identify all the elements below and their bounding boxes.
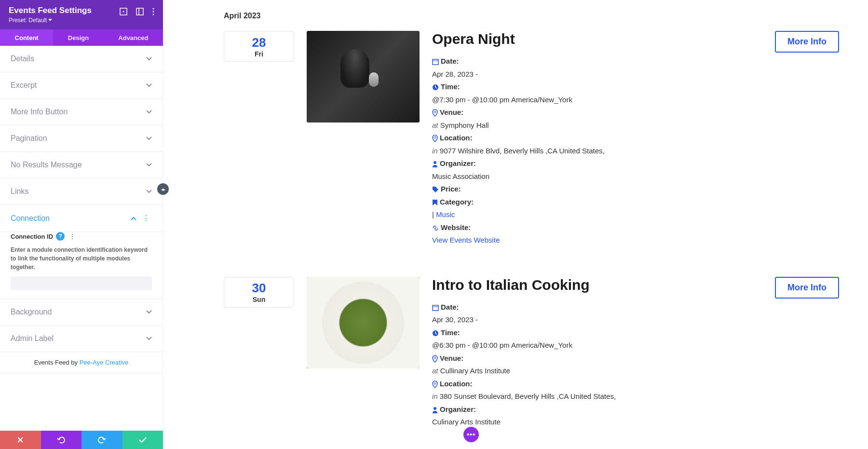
section-excerpt[interactable]: Excerpt — [0, 72, 163, 99]
sidebar-credit: Events Feed by Pee-Aye Creative — [0, 352, 163, 373]
event-card: 28 Fri Opera Night Date: Apr 28, 2023 - … — [224, 31, 839, 248]
svg-rect-13 — [433, 305, 438, 311]
svg-point-10 — [434, 111, 436, 113]
event-details: Opera Night Date: Apr 28, 2023 - Time: @… — [432, 31, 762, 248]
svg-point-17 — [434, 382, 436, 384]
menu-dots-icon[interactable] — [152, 8, 154, 15]
pin-icon — [432, 135, 438, 142]
calendar-icon — [432, 304, 439, 311]
panel-icon[interactable] — [136, 8, 144, 15]
event-date: Apr 28, 2023 - — [432, 69, 762, 80]
pin-icon — [432, 381, 438, 388]
undo-icon — [57, 436, 66, 444]
section-pagination[interactable]: Pagination — [0, 125, 163, 152]
event-organizer: Music Association — [432, 171, 762, 182]
website-link[interactable]: View Events Website — [432, 236, 500, 244]
close-icon — [17, 436, 24, 443]
connection-description: Enter a module connection identification… — [11, 245, 152, 272]
event-title: Intro to Italian Cooking — [432, 277, 762, 293]
svg-point-12 — [434, 161, 436, 164]
chevron-up-icon — [131, 217, 136, 220]
chevron-down-icon — [146, 136, 152, 140]
chevron-down-icon — [146, 190, 152, 193]
person-icon — [432, 161, 438, 167]
tag-icon — [432, 186, 439, 193]
section-links[interactable]: Links — [0, 178, 163, 205]
resize-handle[interactable]: ◂▸ — [157, 183, 169, 195]
check-icon — [139, 437, 147, 443]
tab-content[interactable]: Content — [0, 29, 53, 46]
event-venue: at Cullinary Arts Institute — [432, 366, 762, 377]
preset-selector[interactable]: Preset: Default — [9, 17, 92, 24]
save-button[interactable] — [122, 431, 163, 449]
section-details[interactable]: Details — [0, 46, 163, 72]
event-title: Opera Night — [432, 31, 762, 47]
svg-point-5 — [153, 11, 154, 13]
sidebar-scroll[interactable]: Details Excerpt More Info Button Paginat… — [0, 46, 163, 431]
section-options-icon[interactable]: ⋮ — [140, 214, 152, 223]
calendar-icon — [432, 58, 439, 65]
event-image — [307, 31, 420, 122]
svg-rect-2 — [136, 8, 143, 15]
event-date-box: 30 Sun — [224, 277, 294, 308]
event-venue: at Symphony Hall — [432, 120, 762, 131]
sidebar-tabs: Content Design Advanced — [0, 29, 163, 46]
event-location: in 380 Sunset Boulevard, Beverly Hills ,… — [432, 391, 762, 402]
floating-action-button[interactable]: ••• — [463, 427, 479, 442]
event-details: Intro to Italian Cooking Date: Apr 30, 2… — [432, 277, 762, 430]
bookmark-icon — [432, 199, 438, 206]
event-time: @ 7:30 pm - @ 10:00 pm America/New_York — [432, 95, 762, 106]
clock-icon — [432, 330, 439, 337]
month-heading: April 2023 — [224, 12, 839, 20]
chevron-down-icon — [146, 57, 152, 61]
redo-button[interactable] — [81, 431, 122, 449]
person-icon — [432, 407, 438, 413]
tab-advanced[interactable]: Advanced — [104, 29, 163, 46]
date-dayname: Sun — [253, 296, 265, 303]
event-location: in 9077 Wilshire Blvd, Beverly Hills ,CA… — [432, 146, 762, 157]
date-number: 28 — [252, 35, 266, 50]
event-date-box: 28 Fri — [224, 31, 294, 62]
chevron-down-icon — [146, 110, 152, 114]
date-dayname: Fri — [255, 50, 263, 58]
connection-id-label: Connection ID — [11, 233, 53, 240]
tab-design[interactable]: Design — [53, 29, 103, 46]
section-admin-label[interactable]: Admin Label — [0, 326, 163, 352]
caret-down-icon — [48, 19, 52, 22]
expand-icon[interactable] — [120, 8, 127, 15]
settings-sidebar: Events Feed Settings Preset: Default Con… — [0, 0, 163, 449]
event-date: Apr 30, 2023 - — [432, 314, 762, 326]
close-button[interactable] — [0, 431, 41, 449]
chevron-down-icon — [146, 310, 152, 314]
event-organizer: Culinary Arts Institute — [432, 417, 762, 428]
event-image — [307, 277, 420, 368]
clock-icon — [432, 84, 439, 91]
category-link[interactable]: Music — [436, 210, 455, 218]
svg-rect-7 — [433, 59, 438, 65]
more-info-button[interactable]: More Info — [775, 277, 839, 299]
more-info-button[interactable]: More Info — [775, 31, 839, 53]
chevron-down-icon — [146, 83, 152, 87]
svg-point-6 — [153, 14, 154, 15]
svg-point-11 — [434, 136, 436, 138]
svg-point-4 — [153, 8, 154, 10]
redo-icon — [97, 436, 106, 444]
section-connection[interactable]: Connection ⋮ — [0, 205, 163, 232]
sidebar-header: Events Feed Settings Preset: Default — [0, 0, 163, 29]
connection-id-input[interactable] — [11, 276, 152, 290]
event-time: @ 6:30 pm - @ 10:00 pm America/New_York — [432, 340, 762, 351]
section-more-info-button[interactable]: More Info Button — [0, 99, 163, 125]
help-icon[interactable]: ? — [56, 232, 65, 241]
pin-icon — [432, 109, 438, 117]
section-background[interactable]: Background — [0, 299, 163, 326]
undo-button[interactable] — [41, 431, 82, 449]
connection-body: Connection ID ? ⋮ Enter a module connect… — [0, 232, 163, 299]
sidebar-title: Events Feed Settings — [9, 6, 92, 15]
section-no-results-message[interactable]: No Results Message — [0, 152, 163, 178]
field-options-icon[interactable]: ⋮ — [68, 232, 77, 240]
date-number: 30 — [252, 281, 266, 296]
credit-link[interactable]: Pee-Aye Creative — [80, 359, 129, 366]
svg-point-1 — [123, 11, 124, 13]
main-content: April 2023 28 Fri Opera Night Date: Apr … — [163, 0, 868, 449]
pin-icon — [432, 355, 438, 363]
